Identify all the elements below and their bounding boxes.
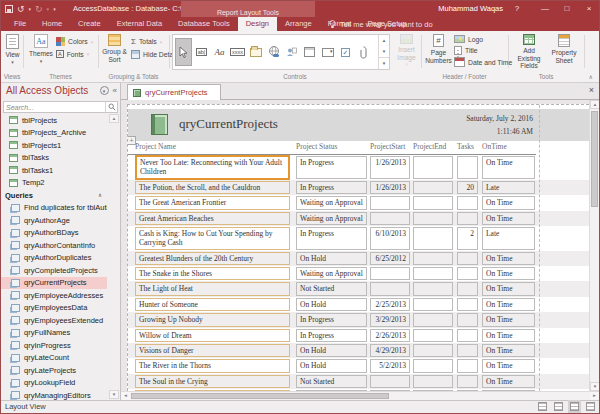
project-status-cell[interactable]: On Hold (296, 298, 367, 311)
project-end-cell[interactable] (413, 282, 453, 295)
layout-view-button[interactable] (570, 402, 579, 411)
column-header[interactable]: ProjectStart (370, 142, 410, 154)
ontime-cell[interactable]: Late (482, 181, 535, 194)
column-header[interactable]: Project Name (135, 142, 290, 154)
ontime-cell[interactable]: Late (482, 227, 535, 250)
project-status-cell[interactable]: Not Started (296, 375, 367, 388)
layout-selector-icon[interactable]: + (127, 136, 136, 145)
horizontal-scroll-thumb[interactable] (131, 393, 389, 399)
nav-object-item[interactable]: Find duplicates for tblAuthors ∧ (1, 202, 107, 215)
ontime-cell[interactable]: On Time (482, 156, 535, 179)
user-name[interactable]: Muhammad Waqas (438, 1, 503, 17)
ribbon-tab[interactable]: Home (34, 17, 70, 31)
project-end-cell[interactable] (413, 252, 453, 265)
nav-object-item[interactable]: qryAuthorBDays ∧ (1, 227, 107, 240)
project-name-cell[interactable]: Greatest Blunders of the 20th Century (135, 252, 290, 265)
view-button[interactable]: View▾ (2, 33, 23, 66)
project-end-cell[interactable] (413, 196, 453, 209)
ontime-cell[interactable]: On Time (482, 329, 535, 342)
nav-pane-title[interactable]: All Access Objects (6, 85, 88, 96)
undo-icon[interactable]: ↺ (17, 4, 25, 14)
tasks-cell[interactable] (457, 212, 478, 225)
add-existing-fields-button[interactable]: Add Existing Fields (512, 33, 546, 70)
nav-object-item[interactable]: tblProjects1 ∧ (1, 139, 107, 152)
gallery-scroll-down-icon[interactable]: ▼ (379, 46, 389, 57)
column-header[interactable]: Project Status (296, 142, 367, 154)
project-name-cell[interactable]: Willow of Dream (135, 329, 290, 342)
project-end-cell[interactable] (413, 298, 453, 311)
minimize-button[interactable]: — (535, 1, 555, 17)
project-name-cell[interactable]: The Soul in the Crying (135, 375, 290, 388)
report-datetime[interactable]: Saturday, July 2, 2016 1:11:46 AM (466, 112, 533, 138)
scroll-up-icon[interactable]: ▲ (590, 100, 600, 109)
ribbon-tab[interactable]: Database Tools (170, 17, 238, 31)
tasks-cell[interactable] (457, 329, 478, 342)
nav-object-item[interactable]: qryCompletedProjects ∧ (1, 264, 107, 277)
nav-object-item[interactable]: tblTasks1 ∧ (1, 164, 107, 177)
label-control-button[interactable]: Aa (211, 38, 228, 66)
nav-object-item[interactable]: tblProjects ∧ (1, 114, 107, 127)
group-sort-button[interactable]: Group & Sort (100, 33, 129, 63)
project-end-cell[interactable] (413, 313, 453, 326)
project-end-cell[interactable] (413, 344, 453, 357)
gallery-more-icon[interactable]: ▼ (379, 57, 389, 69)
collapse-ribbon-icon[interactable]: ∧ (589, 73, 593, 80)
project-start-cell[interactable]: 1/26/2013 (370, 181, 410, 194)
ontime-cell[interactable]: On Time (482, 267, 535, 280)
project-start-cell[interactable]: 3/29/2013 (370, 313, 410, 326)
undo-dropdown-icon[interactable]: ▾ (29, 6, 32, 12)
tasks-cell[interactable] (457, 196, 478, 209)
project-status-cell[interactable]: In Progress (296, 329, 367, 342)
nav-object-item[interactable]: tblTasks ∧ (1, 152, 107, 165)
save-icon[interactable] (5, 5, 13, 13)
nav-object-item[interactable]: qryInProgress ∧ (1, 339, 107, 352)
logo-button[interactable]: Logo (454, 35, 483, 43)
project-start-cell[interactable]: 6/10/2013 (370, 227, 410, 250)
project-name-cell[interactable]: The Snake in the Shores (135, 267, 290, 280)
tell-me-box[interactable]: Tell me what you want to do (321, 17, 441, 31)
ontime-cell[interactable]: On Time (482, 344, 535, 357)
hyperlink-control-button[interactable] (265, 38, 282, 66)
project-status-cell[interactable]: Not Started (296, 390, 367, 391)
project-end-cell[interactable] (413, 156, 453, 179)
select-tool[interactable] (175, 38, 192, 66)
project-status-cell[interactable]: Waiting on Approval (296, 267, 367, 280)
nav-object-item[interactable]: qryAuthorContantInfo ∧ (1, 239, 107, 252)
nav-object-item[interactable]: Queries ∧ (1, 189, 107, 202)
nav-object-item[interactable]: qryLateProjects ∧ (1, 364, 107, 377)
project-name-cell[interactable]: Growing Up Nobody (135, 313, 290, 326)
date-time-button[interactable]: Date and Time (454, 57, 512, 67)
project-name-cell[interactable]: The River in the Thorns (135, 359, 290, 372)
button-control-button[interactable]: xxxx (229, 38, 246, 66)
project-start-cell[interactable]: 2/25/2013 (370, 298, 410, 311)
scroll-left-icon[interactable]: ◄ (121, 392, 130, 400)
project-status-cell[interactable]: On Hold (296, 344, 367, 357)
print-preview-button[interactable] (554, 402, 563, 411)
project-start-cell[interactable] (370, 282, 410, 295)
project-status-cell[interactable]: Waiting on Approval (296, 196, 367, 209)
project-end-cell[interactable] (413, 227, 453, 250)
search-button[interactable] (105, 102, 117, 112)
project-end-cell[interactable] (413, 267, 453, 280)
page-numbers-button[interactable]: # Page Numbers (425, 33, 452, 64)
scroll-right-icon[interactable]: ► (590, 392, 599, 400)
vertical-scroll-thumb[interactable] (591, 111, 598, 207)
navigation-control-button[interactable] (301, 38, 318, 66)
ontime-cell[interactable]: On Time (482, 298, 535, 311)
project-end-cell[interactable] (413, 212, 453, 225)
fonts-button[interactable]: A Fonts▾ (56, 50, 89, 58)
tasks-cell[interactable] (457, 298, 478, 311)
search-input[interactable] (6, 102, 96, 112)
close-button[interactable]: × (579, 1, 599, 17)
column-header[interactable]: Tasks (457, 142, 478, 154)
project-name-cell[interactable]: Hunter of Someone (135, 298, 290, 311)
tasks-cell[interactable] (457, 375, 478, 388)
project-name-cell[interactable]: The Great American Frontier (135, 196, 290, 209)
project-start-cell[interactable]: 6/25/2012 (370, 252, 410, 265)
ribbon-tab[interactable]: File (6, 17, 34, 31)
tasks-cell[interactable] (457, 359, 478, 372)
project-start-cell[interactable]: 4/29/2013 (370, 344, 410, 357)
report-page[interactable]: qryCurrentProjects Saturday, July 2, 201… (127, 104, 589, 391)
project-end-cell[interactable] (413, 329, 453, 342)
project-end-cell[interactable] (413, 390, 453, 391)
